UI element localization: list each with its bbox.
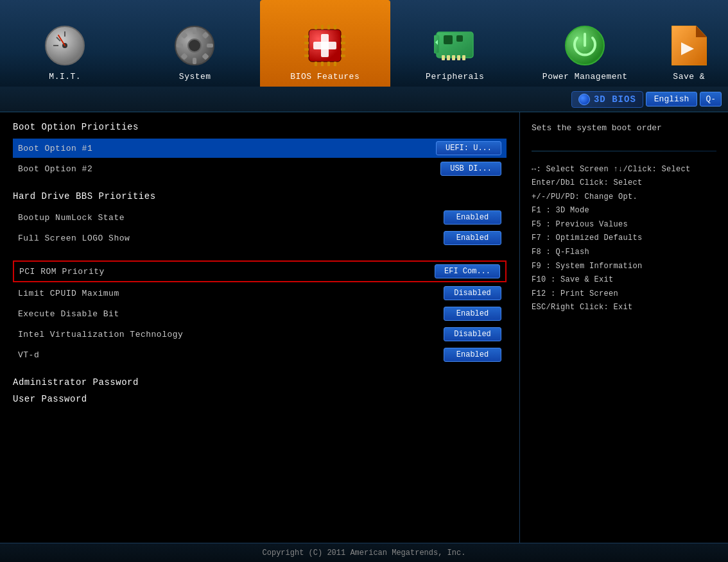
nav-item-system[interactable]: System [130,0,261,87]
shortcut-9: F12 : Print Screen [532,287,716,302]
shortcut-8: F10 : Save & Exit [532,273,716,287]
svg-rect-27 [315,25,317,30]
logo-value[interactable]: Enabled [444,231,501,245]
shortcut-6: F8 : Q-Flash [532,246,716,260]
vtd-value[interactable]: Enabled [444,348,501,362]
qflash-button[interactable]: Q- [700,92,722,106]
row-numlock[interactable]: Bootup NumLock State Enabled [13,208,507,227]
nav-item-power[interactable]: Power Management [520,0,650,87]
mit-icon [42,23,87,68]
nav-label-save: Save & [673,72,705,81]
svg-rect-24 [341,42,345,44]
help-text: Sets the system boot order [532,122,716,135]
shortcut-10: ESC/Right Click: Exit [532,301,716,315]
svg-rect-19 [304,35,309,38]
xd-value[interactable]: Enabled [444,307,501,321]
boot2-value[interactable]: USB DI... [440,162,501,176]
language-button[interactable]: English [646,92,698,106]
shortcut-2: +/-/PU/PD: Change Opt. [532,191,716,205]
svg-rect-43 [456,35,463,42]
save-icon [666,23,711,68]
nav-label-mit: M.I.T. [49,72,81,81]
logo-label: Full Screen LOGO Show [18,234,130,243]
boot1-value[interactable]: UEFI: U... [436,141,501,155]
section-hdd-priorities: Hard Drive BBS Priorities [13,191,507,201]
shortcut-7: F9 : System Information [532,260,716,274]
nav-label-power: Power Management [542,72,628,81]
svg-rect-39 [457,55,460,60]
cpuid-label: Limit CPUID Maximum [18,289,119,298]
shortcut-1: Enter/Dbl Click: Select [532,176,716,191]
nav-item-bios[interactable]: BIOS Features [260,0,390,87]
svg-rect-22 [304,55,309,57]
nav-label-system: System [179,72,211,81]
section-admin-pw: Administrator Password [13,377,507,387]
svg-rect-21 [304,48,309,51]
svg-rect-8 [193,28,196,34]
svg-rect-40 [462,55,465,60]
row-cpuid[interactable]: Limit CPUID Maximum Disabled [13,284,507,303]
right-panel: Sets the system boot order ↔: Select Scr… [520,112,728,543]
system-icon [173,23,218,68]
footer-text: Copyright (C) 2011 American Megatrends, … [263,549,466,558]
bios-icon [302,23,347,68]
svg-rect-25 [341,48,345,51]
row-xd[interactable]: Execute Disable Bit Enabled [13,304,507,323]
power-icon [562,23,607,68]
pcirom-value[interactable]: EFI Com... [435,264,500,278]
row-logo[interactable]: Full Screen LOGO Show Enabled [13,228,507,248]
nav-item-peripherals[interactable]: Peripherals [390,0,521,87]
numlock-value[interactable]: Enabled [444,210,501,225]
svg-rect-11 [207,44,213,47]
svg-rect-33 [327,62,330,66]
nav-item-mit[interactable]: M.I.T. [0,0,130,87]
bios-3d-label: 3D BIOS [594,94,636,105]
main-content: Boot Option Priorities Boot Option #1 UE… [0,112,728,543]
shortcut-list: ↔: Select Screen ↑↓/Click: Select Enter/… [532,163,716,316]
svg-rect-26 [341,55,345,57]
svg-rect-41 [434,35,439,53]
vt-label: Intel Virtualization Technology [18,330,183,339]
svg-rect-35 [437,32,473,58]
svg-rect-18 [313,42,336,49]
nav-item-save[interactable]: Save & [650,0,729,87]
section-user-pw: User Password [13,394,507,404]
shortcut-4: F5 : Previous Values [532,218,716,232]
footer: Copyright (C) 2011 American Megatrends, … [0,543,728,562]
svg-rect-10 [177,44,183,47]
cpuid-value[interactable]: Disabled [444,286,501,300]
svg-rect-34 [334,62,336,66]
top-nav: M.I.T. [0,0,728,87]
shortcut-5: F7 : Optimized Defaults [532,232,716,246]
row-vtd[interactable]: VT-d Enabled [13,345,507,364]
svg-point-7 [188,39,201,52]
svg-rect-38 [452,55,455,60]
bios-3d-badge: 3D BIOS [571,91,643,108]
svg-rect-36 [442,55,445,60]
divider [532,151,716,151]
row-pcirom[interactable]: PCI ROM Priority EFI Com... [13,260,507,282]
nav-label-bios: BIOS Features [290,72,360,81]
pcirom-label: PCI ROM Priority [19,267,105,277]
svg-rect-42 [444,35,453,44]
nav-label-peripherals: Peripherals [426,72,484,81]
row-vt[interactable]: Intel Virtualization Technology Disabled [13,325,507,344]
shortcut-0: ↔: Select Screen ↑↓/Click: Select [532,163,716,177]
left-panel: Boot Option Priorities Boot Option #1 UE… [0,112,520,543]
boot1-label: Boot Option #1 [18,144,92,153]
vtd-label: VT-d [18,350,39,360]
svg-rect-28 [321,25,324,30]
svg-rect-30 [334,25,336,30]
xd-label: Execute Disable Bit [18,309,119,319]
row-boot1[interactable]: Boot Option #1 UEFI: U... [13,139,507,158]
row-boot2[interactable]: Boot Option #2 USB DI... [13,159,507,178]
vt-value[interactable]: Disabled [444,327,501,341]
svg-rect-29 [327,25,330,30]
boot2-label: Boot Option #2 [18,164,92,174]
svg-rect-9 [193,58,196,64]
section-boot-priorities: Boot Option Priorities [13,122,507,132]
utility-bar: 3D BIOS English Q- [0,87,728,112]
svg-rect-37 [447,55,450,60]
svg-rect-32 [321,62,324,66]
svg-rect-23 [341,35,345,38]
